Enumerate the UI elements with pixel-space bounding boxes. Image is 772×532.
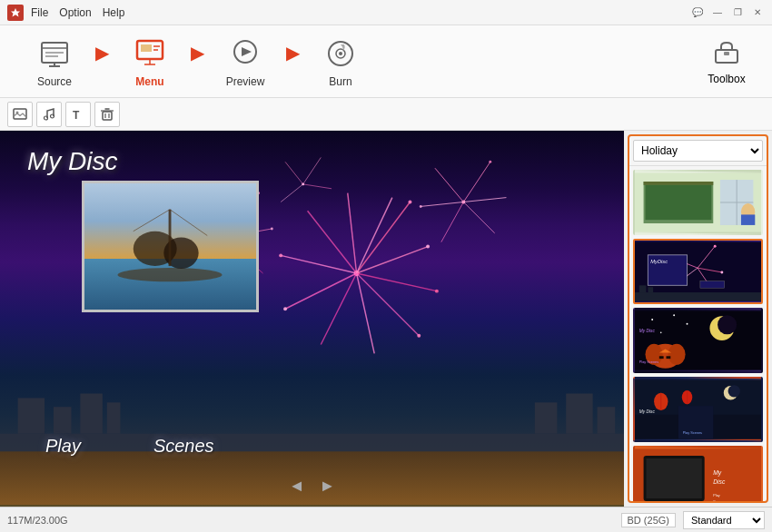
svg-text:Play: Play [713, 494, 720, 498]
video-frame[interactable] [82, 181, 259, 312]
svg-point-18 [339, 52, 342, 55]
svg-rect-7 [141, 44, 152, 52]
nav-arrows: ◄ ► [289, 477, 336, 496]
step-menu[interactable]: Menu [104, 35, 195, 88]
theme-preview-3: My Disc Play Scenes [635, 310, 761, 371]
menu-option[interactable]: Option [59, 6, 91, 19]
preview-area: My Disc [0, 131, 624, 507]
close-button[interactable]: ✕ [750, 5, 765, 20]
right-panel: Holiday Wedding Birthday Travel Hallowee… [628, 134, 768, 503]
step-preview[interactable]: Preview [200, 35, 291, 88]
add-music-button[interactable] [36, 102, 62, 127]
svg-point-72 [302, 182, 304, 185]
add-image-button[interactable] [7, 102, 33, 127]
chat-icon[interactable]: 💬 [690, 5, 705, 20]
scenes-button[interactable]: Scenes [153, 436, 214, 457]
svg-rect-78 [535, 402, 558, 433]
source-icon [36, 35, 73, 72]
svg-point-47 [279, 253, 282, 257]
svg-rect-21 [14, 109, 26, 119]
toolbox[interactable]: Toolbox [690, 37, 763, 85]
subtoolbar: T [0, 98, 772, 131]
minimize-button[interactable]: — [710, 5, 725, 20]
step-burn[interactable]: Burn [295, 35, 386, 88]
burn-icon [322, 35, 359, 72]
status-right: Standard High Quality Best [683, 511, 765, 529]
svg-point-46 [283, 307, 287, 310]
svg-point-57 [271, 227, 273, 230]
play-button[interactable]: Play [45, 436, 81, 457]
restore-button[interactable]: ❐ [730, 5, 745, 20]
svg-point-114 [651, 319, 653, 320]
main-content: My Disc [0, 131, 772, 507]
theme-item-2[interactable]: MyDisc [633, 239, 763, 304]
theme-dropdown[interactable]: Holiday Wedding Birthday Travel Hallowee… [633, 140, 763, 162]
svg-rect-20 [724, 52, 729, 55]
status-disc-type: BD (25G) [621, 513, 676, 527]
theme-item-5[interactable]: My Disc Play Scenes [633, 446, 763, 501]
svg-point-44 [435, 290, 439, 293]
svg-rect-109 [639, 285, 647, 292]
step-source[interactable]: Source [9, 35, 100, 88]
titlebar-left: File Option Help [7, 5, 124, 21]
menu-buttons: Play Scenes [45, 436, 214, 457]
theme-preview-4: My Disc Play Scenes [635, 379, 761, 440]
svg-text:Play  Scenes: Play Scenes [639, 360, 658, 364]
svg-rect-77 [107, 402, 121, 433]
next-arrow[interactable]: ► [320, 477, 336, 496]
svg-point-66 [489, 161, 491, 163]
svg-text:Play  Scenes: Play Scenes [683, 431, 702, 435]
toolbox-label: Toolbox [708, 73, 745, 85]
svg-rect-91 [646, 185, 712, 220]
theme-preview-2: MyDisc [635, 241, 761, 302]
svg-rect-96 [741, 214, 755, 225]
svg-rect-106 [700, 281, 725, 289]
prev-arrow[interactable]: ◄ [289, 477, 305, 496]
svg-line-71 [285, 162, 303, 184]
svg-rect-110 [648, 287, 653, 292]
svg-text:MyDisc: MyDisc [650, 259, 668, 264]
wizard-steps: Source ▶ Menu ▶ [9, 35, 690, 88]
svg-point-117 [660, 332, 662, 334]
svg-point-113 [718, 315, 737, 334]
svg-rect-76 [80, 394, 103, 434]
preview-label: Preview [226, 75, 265, 88]
quality-dropdown[interactable]: Standard High Quality Best [683, 511, 765, 529]
svg-line-60 [463, 162, 490, 202]
svg-point-115 [673, 314, 675, 316]
svg-line-34 [357, 273, 420, 336]
svg-line-37 [285, 273, 357, 309]
svg-point-45 [417, 334, 421, 338]
svg-point-42 [408, 201, 411, 204]
theme-item-4[interactable]: My Disc Play Scenes [633, 377, 763, 442]
source-label: Source [37, 75, 72, 88]
menu-file[interactable]: File [31, 6, 48, 19]
svg-text:T: T [73, 109, 80, 122]
svg-text:Disc: Disc [713, 478, 726, 485]
theme-dropdown-container: Holiday Wedding Birthday Travel Hallowee… [629, 136, 767, 166]
wizard-toolbar: Source ▶ Menu ▶ [0, 25, 772, 98]
svg-point-23 [45, 116, 48, 120]
svg-rect-74 [18, 398, 45, 433]
add-text-button[interactable]: T [65, 102, 91, 127]
delete-button[interactable] [94, 102, 120, 127]
menu-help[interactable]: Help [103, 6, 125, 19]
svg-point-116 [687, 323, 688, 325]
window-controls: 💬 — ❐ ✕ [690, 5, 765, 20]
svg-rect-3 [45, 55, 58, 57]
svg-rect-75 [54, 407, 72, 433]
theme-item-1[interactable] [633, 170, 763, 235]
svg-rect-108 [635, 292, 761, 301]
svg-text:Scenes: Scenes [713, 500, 725, 501]
svg-line-68 [303, 157, 322, 183]
svg-rect-90 [644, 182, 714, 185]
svg-text:My Disc: My Disc [639, 329, 656, 333]
svg-rect-79 [566, 394, 592, 434]
svg-rect-80 [598, 407, 616, 433]
svg-line-69 [303, 184, 332, 189]
svg-point-43 [426, 245, 430, 249]
status-size: 117M/23.00G [7, 515, 614, 526]
svg-line-87 [134, 210, 170, 232]
theme-item-3[interactable]: My Disc Play Scenes [633, 308, 763, 373]
theme-preview-5: My Disc Play Scenes [635, 448, 761, 501]
